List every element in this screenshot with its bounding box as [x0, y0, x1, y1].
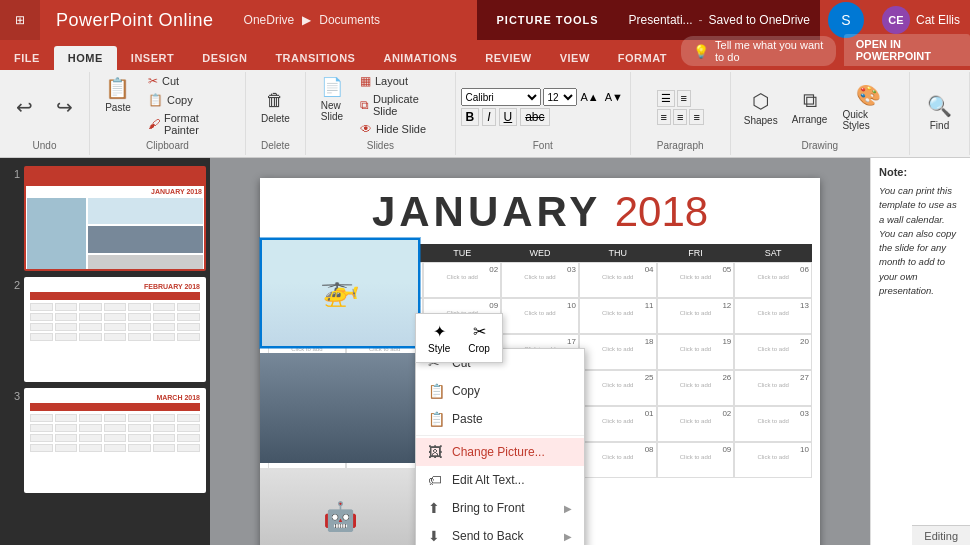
cal-cell-4-4[interactable]: 01Click to add [579, 406, 657, 442]
ctx-paste[interactable]: 📋 Paste [416, 405, 584, 433]
cal-cell-3-6[interactable]: 27Click to add [734, 370, 812, 406]
cut-button[interactable]: ✂ Cut [142, 72, 237, 90]
font-family-select[interactable]: Calibri [461, 88, 541, 106]
slide-preview-3[interactable]: MARCH 2018 [24, 388, 206, 493]
breadcrumb-onedrive[interactable]: OneDrive [244, 13, 295, 27]
tab-transitions[interactable]: TRANSITIONS [261, 46, 369, 70]
cal-header-wed: WED [501, 246, 579, 260]
align-left-button[interactable]: ≡ [657, 109, 671, 125]
ctx-send-to-back[interactable]: ⬇ Send to Back ▶ [416, 522, 584, 545]
cal-cell-5-5[interactable]: 09Click to add [657, 442, 735, 478]
cal-cell-4-6[interactable]: 03Click to add [734, 406, 812, 442]
ctx-send-back-label: Send to Back [452, 529, 523, 543]
tab-file[interactable]: FILE [0, 46, 54, 70]
list-number-button[interactable]: ≡ [677, 90, 691, 107]
cal-cell-0-5[interactable]: 05Click to add [657, 262, 735, 298]
cal-cell-5-6[interactable]: 10Click to add [734, 442, 812, 478]
paste-button[interactable]: 📋 Paste [98, 72, 138, 117]
tab-view[interactable]: VIEW [546, 46, 604, 70]
ctx-send-back-icon: ⬇ [428, 528, 444, 544]
picture-tools-tab[interactable]: PICTURE TOOLS [477, 0, 619, 40]
tab-animations[interactable]: ANIMATIONS [369, 46, 471, 70]
ctx-paste-icon: 📋 [428, 411, 444, 427]
tab-format[interactable]: FORMAT [604, 46, 681, 70]
align-right-button[interactable]: ≡ [689, 109, 703, 125]
arrange-button[interactable]: ⧉ Arrange [787, 85, 833, 129]
cal-cell-3-5[interactable]: 26Click to add [657, 370, 735, 406]
layout-icon: ▦ [360, 74, 371, 88]
ctx-copy[interactable]: 📋 Copy [416, 377, 584, 405]
slide-thumbnail-2[interactable]: 2 FEBRUARY 2018 [4, 277, 206, 382]
user-name: Cat Ellis [916, 13, 960, 27]
quick-styles-icon: 🎨 [856, 83, 881, 107]
delete-button[interactable]: 🗑 Delete [255, 86, 296, 128]
cal-cell-1-5[interactable]: 12Click to add [657, 298, 735, 334]
bold-button[interactable]: B [461, 108, 480, 126]
cal-cell-1-4[interactable]: 11Click to add [579, 298, 657, 334]
ctx-bring-to-front[interactable]: ⬆ Bring to Front ▶ [416, 494, 584, 522]
find-button[interactable]: 🔍 Find [921, 90, 958, 135]
cal-cell-2-6[interactable]: 20Click to add [734, 334, 812, 370]
slide-preview-2[interactable]: FEBRUARY 2018 [24, 277, 206, 382]
italic-button[interactable]: I [482, 108, 495, 126]
tab-home[interactable]: HOME [54, 46, 117, 70]
ctx-change-picture[interactable]: 🖼 Change Picture... [416, 438, 584, 466]
layout-button[interactable]: ▦ Layout [354, 72, 447, 90]
align-center-button[interactable]: ≡ [673, 109, 687, 125]
app-launcher-icon: ⊞ [15, 13, 25, 27]
mini-crop-button[interactable]: ✂ Crop [460, 318, 498, 358]
breadcrumb-separator: ▶ [302, 13, 311, 27]
redo-button[interactable]: ↪ [46, 91, 82, 123]
duplicate-slide-button[interactable]: ⧉ Duplicate Slide [354, 91, 447, 119]
tab-review[interactable]: REVIEW [471, 46, 545, 70]
new-slide-button[interactable]: 📄 NewSlide [314, 72, 350, 126]
user-area[interactable]: CE Cat Ellis [872, 6, 970, 34]
open-in-powerpoint-button[interactable]: OPEN IN POWERPOINT [844, 34, 970, 66]
tell-me-bar[interactable]: 💡 Tell me what you want to do [681, 36, 836, 66]
cal-cell-0-4[interactable]: 04Click to add [579, 262, 657, 298]
quick-styles-button[interactable]: 🎨 Quick Styles [836, 79, 901, 135]
strikethrough-button[interactable]: abc [520, 108, 549, 126]
info-separator: - [699, 13, 703, 27]
slide-image-drone[interactable] [260, 238, 420, 348]
tab-design[interactable]: DESIGN [188, 46, 261, 70]
skype-button[interactable]: S [828, 2, 864, 38]
format-painter-button[interactable]: 🖌 Format Painter [142, 110, 237, 138]
paste-icon: 📋 [105, 76, 130, 100]
slide-preview-1[interactable]: JANUARY 2018 [24, 166, 206, 271]
breadcrumb-documents[interactable]: Documents [319, 13, 380, 27]
cal-cell-0-6[interactable]: 06Click to add [734, 262, 812, 298]
cut-label: Cut [162, 75, 179, 87]
slide-thumbnail-3[interactable]: 3 MARCH 2018 [4, 388, 206, 493]
font-size-select[interactable]: 12 [543, 88, 577, 106]
cal-cell-4-5[interactable]: 02Click to add [657, 406, 735, 442]
cal-cell-2-5[interactable]: 19Click to add [657, 334, 735, 370]
ribbon-group-delete: 🗑 Delete Delete [246, 72, 306, 155]
tab-insert[interactable]: INSERT [117, 46, 188, 70]
ribbon-group-font: Calibri 12 A▲ A▼ B I U abc Font [456, 72, 631, 155]
mini-style-button[interactable]: ✦ Style [420, 318, 458, 358]
underline-button[interactable]: U [499, 108, 518, 126]
font-increase-button[interactable]: A▲ [579, 91, 601, 103]
slide-image-robot[interactable] [260, 468, 420, 545]
cut-icon: ✂ [148, 74, 158, 88]
cal-cell-0-3[interactable]: 03Click to add [501, 262, 579, 298]
copy-button[interactable]: 📋 Copy [142, 91, 237, 109]
shapes-button[interactable]: ⬡ Shapes [739, 85, 783, 130]
undo-button[interactable]: ↩ [6, 91, 42, 123]
hide-slide-button[interactable]: 👁 Hide Slide [354, 120, 447, 138]
ctx-bring-front-label: Bring to Front [452, 501, 525, 515]
app-launcher-button[interactable]: ⊞ [0, 0, 40, 40]
ctx-edit-alt-text[interactable]: 🏷 Edit Alt Text... [416, 466, 584, 494]
cal-cell-1-3[interactable]: 10Click to add [501, 298, 579, 334]
cal-cell-3-4[interactable]: 25Click to add [579, 370, 657, 406]
slide-thumbnail-1[interactable]: 1 JANUARY 2018 [4, 166, 206, 271]
font-decrease-button[interactable]: A▼ [603, 91, 625, 103]
cal-cell-0-2[interactable]: 02Click to add [423, 262, 501, 298]
slide-image-street[interactable] [260, 353, 420, 463]
cal-cell-1-6[interactable]: 13Click to add [734, 298, 812, 334]
cal-cell-2-4[interactable]: 18Click to add [579, 334, 657, 370]
cal-cell-5-4[interactable]: 08Click to add [579, 442, 657, 478]
undo-icon: ↩ [16, 95, 33, 119]
list-bullet-button[interactable]: ☰ [657, 90, 675, 107]
